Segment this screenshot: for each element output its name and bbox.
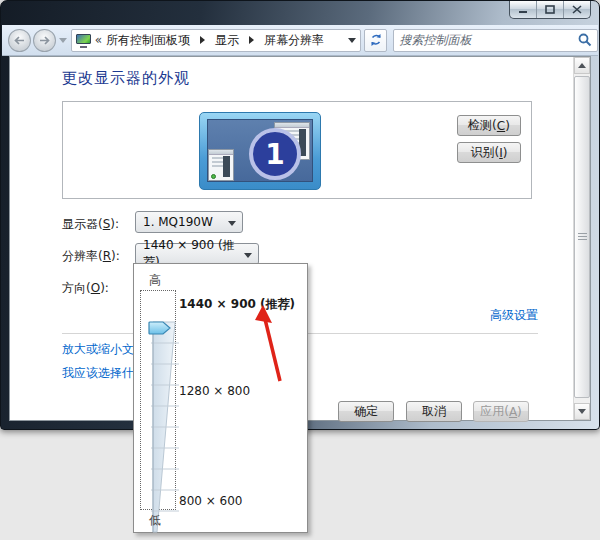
red-annotation-arrow — [250, 303, 290, 388]
ok-button[interactable]: 确定 — [338, 401, 394, 422]
scroll-down-button[interactable] — [574, 403, 590, 420]
apply-button: 应用(A) — [473, 401, 529, 422]
resolution-label: 分辨率(R): — [62, 248, 120, 265]
search-box — [393, 29, 598, 52]
refresh-icon — [369, 33, 383, 47]
breadcrumb-overflow-chevron[interactable]: « — [95, 33, 102, 47]
triangle-down-icon — [578, 409, 586, 414]
resolution-option-1280x800[interactable]: 1280 × 800 — [179, 384, 250, 398]
detect-button[interactable]: 检测(C) — [457, 115, 521, 136]
display-icon — [76, 34, 91, 46]
minimize-icon — [518, 5, 528, 14]
caption-buttons — [509, 1, 591, 19]
display-label: 显示器(S): — [62, 216, 119, 233]
triangle-up-icon — [578, 63, 586, 68]
search-icon[interactable] — [578, 33, 592, 47]
scrollbar-grip-icon — [578, 233, 587, 240]
slider-low-label: 低 — [149, 512, 161, 529]
orientation-label: 方向(O): — [62, 280, 109, 297]
monitor-screen: 1 — [207, 119, 313, 182]
maximize-icon — [545, 5, 555, 14]
monitor-preview-panel: 1 检测(C) 识别(I) — [62, 101, 532, 199]
close-button[interactable] — [564, 1, 590, 18]
back-arrow-icon — [14, 36, 25, 45]
close-icon — [572, 5, 582, 14]
chevron-down-icon — [244, 253, 252, 258]
breadcrumb-item-display[interactable]: 显示 — [215, 32, 239, 49]
monitor-preview[interactable]: 1 — [199, 112, 321, 190]
back-button[interactable] — [8, 29, 31, 52]
breadcrumb-separator-icon — [249, 36, 254, 44]
advanced-settings-link[interactable]: 高级设置 — [490, 307, 538, 324]
slider-thumb[interactable] — [148, 321, 172, 335]
breadcrumb-item-all-control-panel[interactable]: 所有控制面板项 — [106, 32, 190, 49]
recent-pages-dropdown-icon[interactable] — [59, 38, 67, 43]
chevron-down-icon — [228, 221, 236, 226]
forward-arrow-icon — [39, 36, 50, 45]
resolution-option-800x600[interactable]: 800 × 600 — [179, 494, 243, 508]
slider-track — [150, 320, 180, 534]
minimize-button[interactable] — [510, 1, 537, 18]
breadcrumb-item-screen-resolution[interactable]: 屏幕分辨率 — [264, 32, 324, 49]
start-orb-icon — [211, 174, 216, 179]
maximize-button[interactable] — [537, 1, 564, 18]
resolution-select[interactable]: 1440 × 900 (推荐) — [135, 243, 259, 265]
vertical-scrollbar[interactable] — [573, 57, 590, 420]
cancel-button[interactable]: 取消 — [406, 401, 462, 422]
forward-button[interactable] — [33, 29, 56, 52]
search-input[interactable] — [399, 33, 578, 47]
navigation-bar: « 所有控制面板项 显示 屏幕分辨率 — [2, 25, 598, 56]
identify-button[interactable]: 识别(I) — [457, 142, 521, 163]
address-bar[interactable]: « 所有控制面板项 显示 屏幕分辨率 — [71, 29, 361, 52]
monitor-number-badge: 1 — [249, 128, 301, 180]
breadcrumb-separator-icon — [200, 36, 205, 44]
display-select-value: 1. MQ190W — [143, 215, 213, 229]
resolution-slider[interactable] — [140, 290, 176, 510]
scroll-up-button[interactable] — [574, 57, 590, 74]
scrollbar-thumb[interactable] — [574, 76, 590, 398]
display-select[interactable]: 1. MQ190W — [135, 211, 243, 233]
slider-high-label: 高 — [149, 272, 161, 289]
address-dropdown-icon[interactable] — [348, 38, 356, 43]
refresh-button[interactable] — [364, 29, 388, 52]
page-title: 更改显示器的外观 — [62, 69, 190, 88]
